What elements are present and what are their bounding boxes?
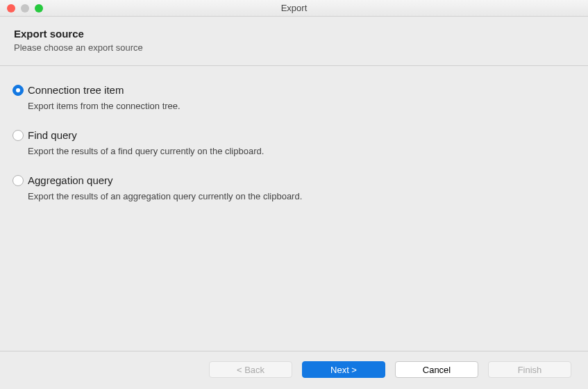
wizard-header: Export source Please choose an export so… — [0, 17, 588, 66]
option-label[interactable]: Connection tree item — [28, 84, 180, 97]
radio-aggregation-query[interactable] — [12, 175, 24, 186]
window-controls — [7, 4, 43, 13]
option-label[interactable]: Aggregation query — [28, 174, 302, 187]
close-icon[interactable] — [7, 4, 15, 13]
minimize-icon — [21, 4, 29, 13]
option-find-query: Find query Export the results of a find … — [12, 129, 576, 156]
radio-find-query[interactable] — [12, 130, 24, 141]
option-aggregation-query: Aggregation query Export the results of … — [12, 174, 576, 201]
radio-connection-tree[interactable] — [12, 85, 24, 96]
option-description: Export the results of an aggregation que… — [28, 191, 302, 201]
back-button: < Back — [209, 361, 292, 378]
next-button[interactable]: Next > — [302, 361, 385, 378]
wizard-content: Connection tree item Export items from t… — [0, 66, 588, 351]
titlebar: Export — [0, 0, 588, 17]
option-description: Export the results of a find query curre… — [28, 146, 264, 156]
option-label[interactable]: Find query — [28, 129, 264, 142]
cancel-button[interactable]: Cancel — [395, 361, 478, 378]
zoom-icon[interactable] — [35, 4, 43, 13]
option-connection-tree: Connection tree item Export items from t… — [12, 84, 576, 111]
page-subtitle: Please choose an export source — [14, 42, 574, 53]
wizard-footer: < Back Next > Cancel Finish — [0, 351, 588, 389]
page-title: Export source — [14, 28, 574, 40]
finish-button: Finish — [488, 361, 571, 378]
window-title: Export — [0, 3, 588, 13]
option-description: Export items from the connection tree. — [28, 101, 180, 111]
